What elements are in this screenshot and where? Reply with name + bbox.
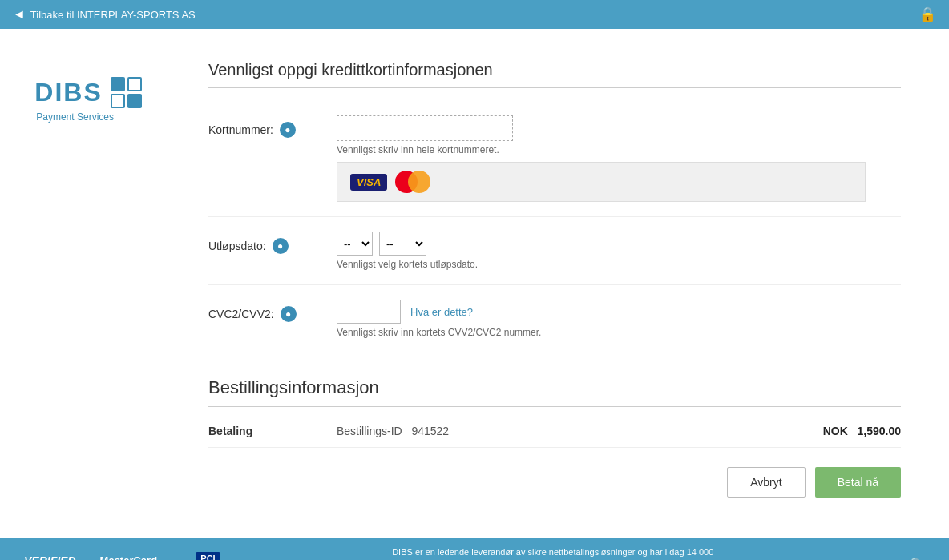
required-icon-cvc: ● <box>281 306 297 322</box>
logo-icon-grid <box>111 77 142 108</box>
cvc-label: CVC2/CVV2: ● <box>208 300 337 322</box>
cvc-help-link[interactable]: Hva er dette? <box>410 306 473 318</box>
order-section: Bestillingsinformasjon Betaling Bestilli… <box>208 377 901 448</box>
main-container: DIBS Payment Services Vennligst oppgi kr… <box>0 29 949 538</box>
footer-lock-icon: 🔒 <box>905 556 925 560</box>
expiry-input-area: -- 01020304 05060708 09101112 -- 2024202… <box>337 232 901 270</box>
mc-line1: MasterCard. <box>100 554 160 560</box>
required-icon-card: ● <box>280 122 296 138</box>
order-id-label: Bestillings-ID <box>337 425 402 437</box>
expiry-hint: Vennligst velg kortets utløpsdato. <box>337 259 901 270</box>
back-label: Tilbake til INTERPLAY-SPORTS AS <box>30 9 196 21</box>
footer: VERIFIED by VISA MasterCard. SecureCode.… <box>0 538 949 560</box>
cancel-button[interactable]: Avbryt <box>727 467 805 498</box>
form-section-title: Vennligst oppgi kredittkortinformasjonen <box>208 61 901 88</box>
pci-badge: PCI DSS 2.0 <box>184 552 232 560</box>
expiry-selects: -- 01020304 05060708 09101112 -- 2024202… <box>337 232 901 256</box>
pay-button[interactable]: Betal nå <box>815 467 901 498</box>
dibs-logo: DIBS Payment Services <box>34 77 141 123</box>
footer-logos: VERIFIED by VISA MasterCard. SecureCode.… <box>24 552 232 560</box>
back-button[interactable]: ◄ Tilbake til INTERPLAY-SPORTS AS <box>13 7 196 22</box>
order-info-row: Betaling Bestillings-ID 941522 NOK 1,590… <box>208 415 901 448</box>
expiry-month-select[interactable]: -- 01020304 05060708 09101112 <box>337 232 373 256</box>
footer-text: DIBS er en ledende leverandør av sikre n… <box>392 546 745 560</box>
card-label-text: Kortnummer: <box>208 123 273 136</box>
order-label: Betaling <box>208 425 337 437</box>
card-number-row: Kortnummer: ● Vennligst skriv inn hele k… <box>208 101 901 217</box>
card-number-hint: Vennligst skriv inn hele kortnummeret. <box>337 144 901 155</box>
cvc-hint: Vennligst skriv inn kortets CVV2/CVC2 nu… <box>337 327 901 338</box>
mastercard-secure-badge: MasterCard. SecureCode. <box>100 554 160 560</box>
card-number-input[interactable] <box>337 115 513 141</box>
verified-visa-badge: VERIFIED by VISA <box>24 554 76 560</box>
logo-square-4 <box>127 94 142 108</box>
order-amount: NOK 1,590.00 <box>823 425 901 437</box>
cvc-input[interactable] <box>337 300 401 324</box>
mc-circle-yellow <box>408 171 430 193</box>
button-row: Avbryt Betal nå <box>208 448 901 506</box>
back-arrow-icon: ◄ <box>13 7 26 22</box>
card-number-label: Kortnummer: ● <box>208 115 337 138</box>
card-logos-box: VISA <box>337 162 866 202</box>
pci-logo: PCI DSS 2.0 <box>184 552 232 560</box>
top-bar: ◄ Tilbake til INTERPLAY-SPORTS AS 🔒 <box>0 0 949 29</box>
sidebar: DIBS Payment Services <box>0 29 176 538</box>
order-id-value: 941522 <box>411 425 449 437</box>
logo-square-1 <box>111 77 125 91</box>
order-section-title: Bestillingsinformasjon <box>208 377 901 407</box>
expiry-year-select[interactable]: -- 2024202520262027 202820292030 <box>379 232 426 256</box>
expiry-label-text: Utløpsdato: <box>208 240 266 252</box>
order-currency: NOK <box>823 425 848 437</box>
cvc-label-text: CVC2/CVV2: <box>208 308 274 320</box>
logo-square-2 <box>127 77 142 91</box>
pci-label: PCI <box>196 552 220 560</box>
logo-subtitle: Payment Services <box>36 111 114 123</box>
form-area: Vennligst oppgi kredittkortinformasjonen… <box>176 29 949 538</box>
expiry-row: Utløpsdato: ● -- 01020304 05060708 09101… <box>208 217 901 285</box>
order-amount-value: 1,590.00 <box>858 425 902 437</box>
cvc-controls: Hva er dette? <box>337 300 901 324</box>
verified-text: VERIFIED <box>24 554 76 560</box>
logo-mark: DIBS <box>34 77 141 108</box>
cvc-input-area: Hva er dette? Vennligst skriv inn kortet… <box>337 300 901 338</box>
cvc-row: CVC2/CVV2: ● Hva er dette? Vennligst skr… <box>208 285 901 353</box>
dibs-text: DIBS <box>34 78 102 107</box>
expiry-label: Utløpsdato: ● <box>208 232 337 254</box>
lock-icon: 🔒 <box>919 6 936 23</box>
order-id-text: Bestillings-ID 941522 <box>337 425 823 437</box>
mastercard-logo <box>395 171 430 193</box>
card-number-input-area: Vennligst skriv inn hele kortnummeret. V… <box>337 115 901 202</box>
required-icon-expiry: ● <box>273 238 289 254</box>
visa-logo: VISA <box>350 174 387 191</box>
logo-square-3 <box>111 94 125 108</box>
